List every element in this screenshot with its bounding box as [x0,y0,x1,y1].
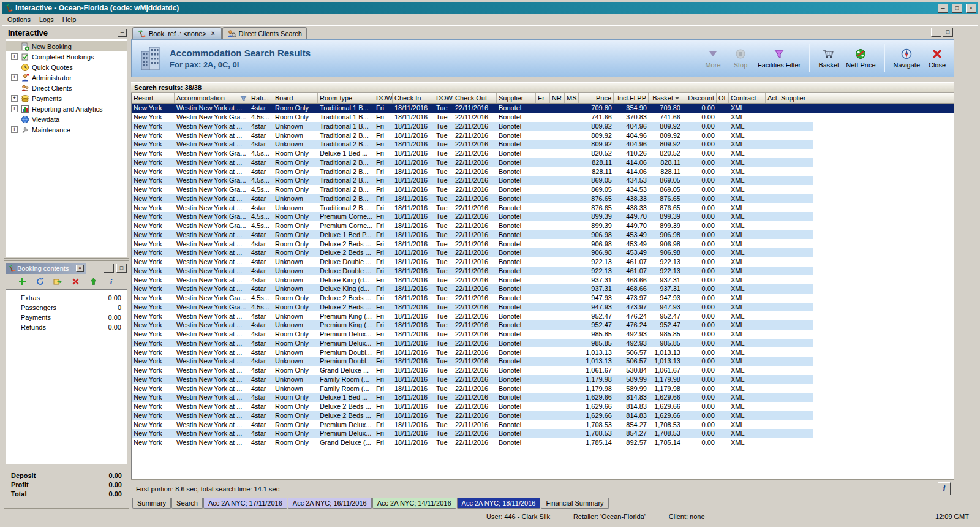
menu-item-logs[interactable]: Logs [35,15,58,25]
stop-button[interactable]: Stop [730,48,751,69]
grid-row[interactable]: New YorkWestin New York at ...4starUnkno… [132,347,813,357]
grid-row[interactable]: New YorkWestin New York at ...4starRoom … [132,330,813,339]
navigate-button[interactable]: Navigate [894,48,920,69]
grid-row[interactable]: New YorkWestin New York at ...4starUnkno… [132,267,813,276]
sidebar-item-quick-quotes[interactable]: Quick Quotes [6,62,127,72]
grid-row[interactable]: New YorkWestin New York at ...4starRoom … [132,248,813,257]
mdi-minimize-button[interactable]: ─ [931,28,941,37]
grid-row[interactable]: New YorkWestin New York at ...4starRoom … [132,158,813,167]
booking-row[interactable]: Extras0.00 [6,293,127,303]
menu-item-options[interactable]: Options [3,15,35,25]
facilities-filter-button[interactable]: Facilities Filter [758,48,801,69]
grid-row[interactable]: New YorkWestin New York Gra...4.5s...Roo… [132,149,813,158]
booking-panel-minimize-button[interactable]: ─ [104,264,114,273]
sidebar-item-administrator[interactable]: +Administrator [6,72,127,83]
expander-icon[interactable]: + [11,74,18,81]
column-header-dow[interactable]: DOW [374,93,393,103]
column-header-dow[interactable]: DOW [434,93,453,103]
column-header-nr[interactable]: NR [550,93,565,103]
grid-row[interactable]: New YorkWestin New York Gra...4.5s...Roo… [132,303,813,312]
nett-price-button[interactable]: Nett Price [846,48,875,69]
grid-row[interactable]: New YorkWestin New York at ...4starRoom … [132,429,813,438]
grid-row[interactable]: New YorkWestin New York Gra...4.5s...Roo… [132,113,813,122]
column-header-incl-fl-pp[interactable]: Incl.Fl.PP [614,93,649,103]
booking-panel-restore-button[interactable]: □ [116,264,127,273]
add-button[interactable] [17,277,27,287]
maximize-button[interactable]: □ [952,4,962,13]
expander-icon[interactable]: + [11,105,18,112]
grid-row[interactable]: New YorkWestin New York Gra...4.5s...Roo… [132,294,813,303]
close-button[interactable]: Close [927,48,948,69]
promote-button[interactable] [88,277,98,287]
sidebar-item-new-booking[interactable]: New Booking [6,41,127,51]
expander-icon[interactable]: + [11,126,18,133]
grid-row[interactable]: New YorkWestin New York at ...4starRoom … [132,402,813,411]
grid-row[interactable]: New YorkWestin New York at ...4starRoom … [132,393,813,402]
bottom-tab-summary[interactable]: Summary [132,498,171,509]
tab-book-ref-none[interactable]: Book. ref .: <none>× [132,27,222,39]
bottom-tab-acc-2a-nyc-14-11-2016[interactable]: Acc 2A NYC; 14/11/2016 [372,498,456,509]
expander-icon[interactable]: + [11,53,18,60]
grid-row[interactable]: New YorkWestin New York at ...4starUnkno… [132,257,813,267]
tab-direct-clients-search[interactable]: Direct Clients Search [222,27,307,39]
column-header-room-type[interactable]: Room type [318,93,374,103]
booking-row[interactable]: Payments0.00 [6,313,127,322]
grid-row[interactable]: New YorkWestin New York at ...4starUnkno… [132,320,813,330]
column-header-board[interactable]: Board [273,93,318,103]
column-header-discount[interactable]: Discount [682,93,717,103]
bottom-tab-acc-2a-nyc-17-11-2016[interactable]: Acc 2A NYC; 17/11/2016 [203,498,287,509]
tab-close-icon[interactable]: × [209,30,217,37]
grid-row[interactable]: New YorkWestin New York at ...4starRoom … [132,420,813,429]
grid-row[interactable]: New YorkWestin New York Gra...4.5s...Roo… [132,176,813,185]
column-header-of[interactable]: Of [717,93,729,103]
bottom-tab-acc-2a-nyc-18-11-2016[interactable]: Acc 2A NYC; 18/11/2016 [457,498,541,509]
sidebar-item-direct-clients[interactable]: Direct Clients [6,83,127,93]
grid-row[interactable]: New YorkWestin New York at ...4starUnkno… [132,284,813,294]
grid-row[interactable]: New YorkWestin New York at ...4starUnkno… [132,275,813,284]
close-window-button[interactable]: × [966,4,976,13]
sidebar-item-payments[interactable]: +Payments [6,93,127,104]
column-header-er[interactable]: Er [536,93,550,103]
sidebar-item-viewdata[interactable]: Viewdata [6,114,127,124]
grid-row[interactable]: New YorkWestin New York at ...4starRoom … [132,167,813,176]
grid-row[interactable]: New YorkWestin New York at ...4starUnkno… [132,384,813,393]
minimize-button[interactable]: ─ [938,4,948,13]
grid-row[interactable]: New YorkWestin New York at ...4starUnkno… [132,311,813,320]
grid-row[interactable]: New YorkWestin New York at ...4starUnkno… [132,122,813,131]
grid-row[interactable]: New YorkWestin New York Gra...4.5s...Roo… [132,212,813,221]
grid-row[interactable]: New YorkWestin New York at ...4starUnkno… [132,203,813,212]
column-header-resort[interactable]: Resort [132,93,175,103]
column-header-ms[interactable]: MS [565,93,579,103]
grid-row[interactable]: New YorkWestin New York Gra...4.5s...Roo… [132,221,813,230]
grid-row[interactable]: New YorkWestin New York at ...4starUnkno… [132,140,813,149]
collapse-panel-button[interactable]: ─ [118,29,127,37]
column-header-price[interactable]: Price [579,93,614,103]
booking-panel-caption[interactable]: Booking contents × [6,263,86,274]
menu-item-help[interactable]: Help [58,15,81,25]
grid-row[interactable]: New YorkWestin New York Gra...4.5s...Roo… [132,185,813,194]
refresh-button[interactable] [35,277,45,287]
column-header-basket[interactable]: Basket [649,93,682,103]
sidebar-item-maintenance[interactable]: +Maintenance [6,124,127,135]
grid-row[interactable]: New YorkWestin New York at ...4starRoom … [132,438,813,447]
grid-row[interactable]: New YorkWestin New York at ...4starUnkno… [132,194,813,203]
booking-row[interactable]: Refunds0.00 [6,322,127,332]
more-button[interactable]: More [703,48,723,69]
column-header-act-supplier[interactable]: Act. Supplier [766,93,813,103]
bottom-tab-acc-2a-nyc-16-11-2016[interactable]: Acc 2A NYC; 16/11/2016 [288,498,372,509]
grid-row[interactable]: New YorkWestin New York at ...4starRoom … [132,366,813,375]
info-button[interactable]: i [938,482,951,495]
grid-row[interactable]: New YorkWestin New York at ...4starUnkno… [132,131,813,140]
filter-icon[interactable] [240,95,247,102]
column-header-rati[interactable]: Rati... [249,93,273,103]
column-header-check-out[interactable]: Check Out [453,93,497,103]
booking-row[interactable]: Passengers0 [6,303,127,313]
booking-panel-close-icon[interactable]: × [76,265,84,272]
bottom-tab-financial-summary[interactable]: Financial Summary [541,498,608,509]
sidebar-item-reporting-and-analytics[interactable]: +Reporting and Analytics [6,104,127,114]
grid-row[interactable]: New YorkWestin New York at ...4starRoom … [132,230,813,240]
grid-row[interactable]: New YorkWestin New York at ...4starUnkno… [132,357,813,366]
basket-button[interactable]: Basket [818,48,839,69]
mdi-restore-button[interactable]: □ [943,28,953,37]
column-header-supplier[interactable]: Supplier [497,93,536,103]
